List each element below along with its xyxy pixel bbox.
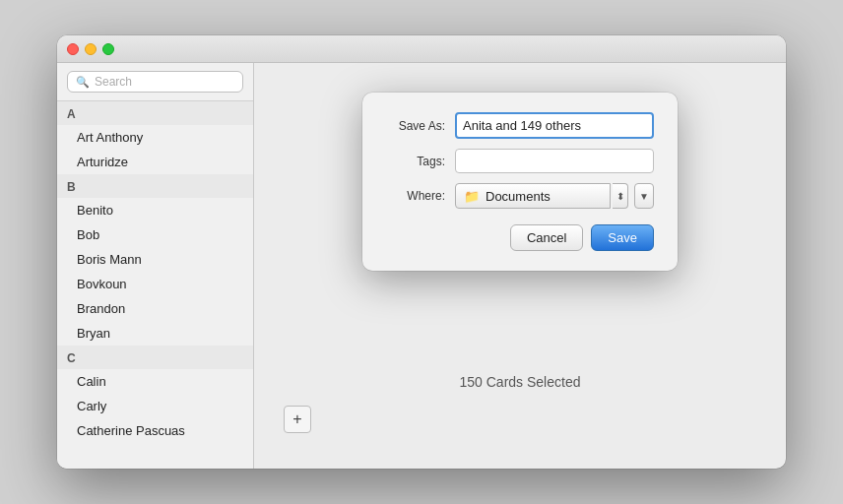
list-item[interactable]: Carly [57,394,253,418]
dialog-buttons: Cancel Save [386,224,654,251]
section-header-b: B [57,174,253,198]
list-item[interactable]: Benito [57,198,253,222]
search-input[interactable] [95,75,234,89]
main-area: Save As: Tags: Where: 📁 [254,63,786,469]
tags-label: Tags: [386,155,445,168]
save-as-label: Save As: [386,119,445,133]
where-arrows-button[interactable]: ⬍ [613,183,628,209]
list-item[interactable]: Bryan [57,321,253,346]
where-label: Where: [386,189,445,203]
list-item[interactable]: Boris Mann [57,247,253,272]
save-as-input[interactable] [455,112,654,139]
list-item[interactable]: Catherine Pascuas [57,418,253,443]
save-button[interactable]: Save [591,224,654,251]
cards-selected-label: 150 Cards Selected [254,374,786,390]
list-item[interactable]: Brandon [57,296,253,321]
add-button[interactable]: + [284,406,311,433]
search-input-wrap: 🔍 [67,71,243,93]
traffic-lights [67,43,114,55]
cancel-button[interactable]: Cancel [510,224,583,251]
main-window: 🔍 A Art Anthony Arturidze B Benito Bob B… [57,35,786,469]
minimize-button[interactable] [85,43,97,55]
tags-row: Tags: [386,149,654,173]
save-dialog: Save As: Tags: Where: 📁 [362,93,678,271]
chevron-down-icon: ▼ [639,191,649,202]
save-as-row: Save As: [386,112,654,139]
search-bar: 🔍 [57,63,253,101]
dialog-overlay: Save As: Tags: Where: 📁 [254,63,786,469]
chevron-up-down-icon: ⬍ [613,184,627,208]
window-content: 🔍 A Art Anthony Arturidze B Benito Bob B… [57,63,786,469]
list-item[interactable]: Bob [57,222,253,247]
contacts-list: A Art Anthony Arturidze B Benito Bob Bor… [57,101,253,469]
where-select-wrap: 📁 Documents ⬍ ▼ [455,183,654,209]
section-header-a: A [57,101,253,125]
folder-icon: 📁 [464,189,480,204]
expand-button[interactable]: ▼ [634,183,654,209]
list-item[interactable]: Arturidze [57,150,253,174]
close-button[interactable] [67,43,79,55]
maximize-button[interactable] [102,43,114,55]
section-header-c: C [57,346,253,369]
title-bar [57,35,786,63]
where-select-text: Documents [486,189,551,204]
search-icon: 🔍 [76,76,90,89]
sidebar: 🔍 A Art Anthony Arturidze B Benito Bob B… [57,63,254,469]
list-item[interactable]: Art Anthony [57,125,253,150]
where-row: Where: 📁 Documents ⬍ ▼ [386,183,654,209]
list-item[interactable]: Calin [57,369,253,394]
tags-input[interactable] [455,149,654,173]
where-select[interactable]: 📁 Documents [455,183,611,209]
list-item[interactable]: Bovkoun [57,272,253,296]
